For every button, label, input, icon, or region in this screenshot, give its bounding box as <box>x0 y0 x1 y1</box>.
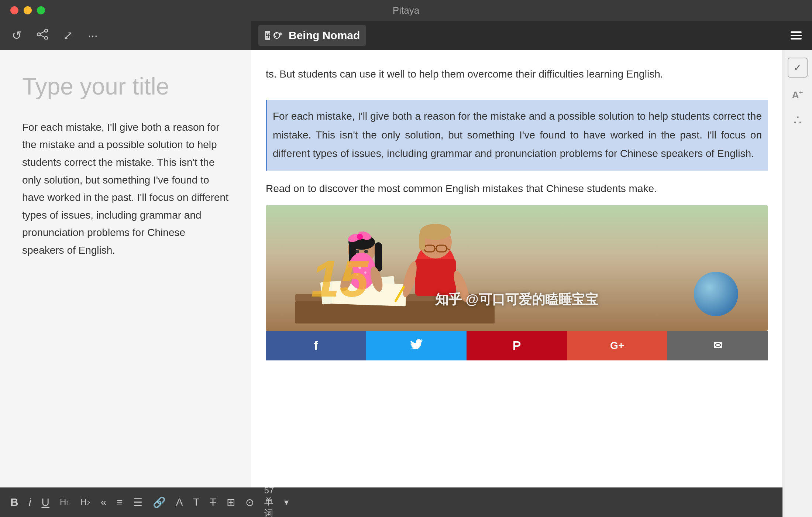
refresh-icon[interactable]: ↺ <box>12 28 22 42</box>
bottom-toolbar: B i U H₁ H₂ « ≡ ☰ 🔗 A T T ⊞ ⊙ 57 单词 ▾ <box>0 487 251 517</box>
top-text-content: ts. But students can use it well to help… <box>266 68 663 80</box>
more-icon[interactable]: ··· <box>88 29 98 42</box>
editor-pane: ↺ ⤢ ··· Type your title For each mistake… <box>0 21 251 517</box>
twitter-icon <box>410 339 423 352</box>
link-icon[interactable]: 🔗 <box>153 496 166 509</box>
pinterest-share-button[interactable]: P <box>467 331 567 360</box>
editor-toolbar: ↺ ⤢ ··· <box>0 21 251 50</box>
h2-icon[interactable]: H₂ <box>80 497 90 507</box>
checkbox-icon[interactable]: ✓ <box>788 58 808 78</box>
h1-icon[interactable]: H₁ <box>60 497 70 507</box>
article-illustration <box>266 213 524 331</box>
svg-point-11 <box>279 32 282 35</box>
read-on-text: Read on to discover the most common Engl… <box>266 179 768 198</box>
traffic-lights <box>10 6 45 14</box>
share-icon[interactable] <box>37 29 48 42</box>
title-bar: Pitaya <box>0 0 812 21</box>
app-title: Pitaya <box>393 5 419 16</box>
editor-body-text[interactable]: For each mistake, I'll give both a reaso… <box>22 119 229 259</box>
svg-rect-20 <box>375 242 382 272</box>
googleplus-icon: G+ <box>610 340 624 352</box>
facebook-share-button[interactable]: f <box>266 331 366 360</box>
font-size-icon[interactable]: A+ <box>792 89 803 101</box>
svg-point-2 <box>37 33 40 36</box>
text-icon[interactable]: T <box>193 496 199 508</box>
svg-line-3 <box>40 31 45 34</box>
list-ol-icon[interactable]: ≡ <box>117 496 123 508</box>
minimize-button[interactable] <box>24 6 32 14</box>
svg-point-23 <box>357 234 363 240</box>
browser-pane: 卐 Being Nomad <box>251 21 812 517</box>
logo-text: Being Nomad <box>289 29 360 42</box>
italic-icon[interactable]: i <box>29 496 31 509</box>
hamburger-menu-icon[interactable] <box>788 28 805 42</box>
highlighted-paragraph: For each mistake, I'll give both a reaso… <box>266 100 768 170</box>
image-icon[interactable]: ⊞ <box>227 496 235 509</box>
email-share-button[interactable]: ✉ <box>667 331 768 360</box>
app-icon[interactable]: ⛬ <box>791 112 804 127</box>
svg-line-4 <box>40 35 45 37</box>
highlighted-text: For each mistake, I'll give both a reaso… <box>273 110 762 159</box>
svg-rect-41 <box>415 259 456 296</box>
pinterest-icon: P <box>513 338 521 353</box>
googleplus-share-button[interactable]: G+ <box>567 331 667 360</box>
email-icon: ✉ <box>713 339 722 352</box>
browser-top-text: ts. But students can use it well to help… <box>266 58 768 91</box>
right-sidebar: ✓ A+ ⛬ <box>782 50 812 517</box>
social-share-bar: f P G+ <box>266 331 768 360</box>
svg-point-1 <box>45 37 48 40</box>
svg-text:卐: 卐 <box>266 33 271 39</box>
list-ul-icon[interactable]: ☰ <box>133 496 142 509</box>
expand-icon[interactable]: ⤢ <box>63 28 73 42</box>
watermark-text: 知乎 @可口可爱的瞌睡宝宝 <box>266 291 768 309</box>
editor-title-placeholder[interactable]: Type your title <box>22 72 229 101</box>
underline-icon[interactable]: U <box>41 496 49 509</box>
bold-icon[interactable]: B <box>10 496 18 509</box>
site-logo[interactable]: 卐 Being Nomad <box>258 25 366 46</box>
browser-content: ts. But students can use it well to help… <box>251 50 782 487</box>
article-image: 15 知乎 @可口可爱的瞌睡宝宝 <box>266 205 768 331</box>
facebook-icon: f <box>314 338 318 353</box>
svg-point-0 <box>45 29 48 32</box>
twitter-share-button[interactable] <box>366 331 467 360</box>
quote-icon[interactable]: « <box>101 496 107 508</box>
strikethrough-icon[interactable]: T <box>210 496 216 508</box>
read-on-content: Read on to discover the most common Engl… <box>266 183 657 194</box>
close-button[interactable] <box>10 6 18 14</box>
browser-toolbar: 卐 Being Nomad <box>251 21 812 50</box>
svg-rect-40 <box>419 232 425 250</box>
font-color-icon[interactable]: A <box>176 496 183 508</box>
maximize-button[interactable] <box>37 6 45 14</box>
logo-icon: 卐 <box>264 28 285 43</box>
